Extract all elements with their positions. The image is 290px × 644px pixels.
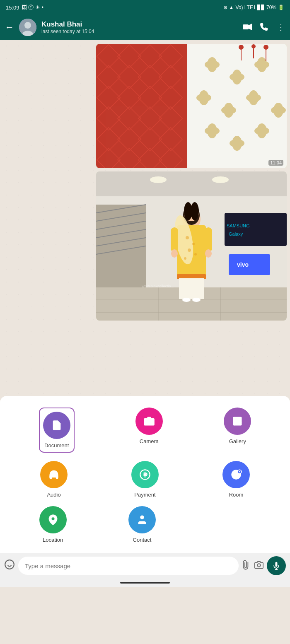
svg-point-53 xyxy=(251,44,256,48)
attachment-panel: Document Camera Gallery Audio xyxy=(0,396,290,553)
svg-rect-95 xyxy=(171,227,178,252)
svg-point-83 xyxy=(191,202,199,220)
svg-rect-92 xyxy=(179,278,204,299)
attach-gallery[interactable]: Gallery xyxy=(224,408,251,453)
svg-point-88 xyxy=(188,248,191,252)
svg-point-44 xyxy=(271,106,286,114)
audio-icon-circle xyxy=(40,461,68,488)
message-input[interactable] xyxy=(18,557,239,575)
svg-text:vivo: vivo xyxy=(237,261,249,268)
back-button[interactable]: ← xyxy=(5,22,14,33)
svg-point-113 xyxy=(257,564,260,567)
audio-label: Audio xyxy=(47,492,60,498)
svg-point-108 xyxy=(51,517,54,520)
svg-point-48 xyxy=(230,139,244,147)
svg-point-60 xyxy=(212,176,229,183)
chat-header: ← Kushal Bhai last seen today at 15:04 ⋮ xyxy=(0,15,290,40)
location-icon-circle xyxy=(39,506,67,533)
contact-status: last seen today at 15:04 xyxy=(41,29,238,34)
message-row-2: SAMSUNG Galaxy vivo xyxy=(3,171,287,321)
attach-audio[interactable]: Audio xyxy=(40,461,68,498)
message-timestamp: 11:04 xyxy=(268,160,283,166)
svg-point-59 xyxy=(150,176,167,183)
svg-point-32 xyxy=(205,60,220,69)
signal-icon: Vo) LTE1 ▊▊ xyxy=(235,5,264,10)
message-bubble: 11:04 xyxy=(96,44,287,168)
room-icon-circle xyxy=(222,461,250,488)
message-bubble-2: SAMSUNG Galaxy vivo xyxy=(96,171,287,321)
attach-location[interactable]: Location xyxy=(39,506,67,543)
header-icons: ⋮ xyxy=(243,22,285,33)
svg-point-110 xyxy=(5,560,14,569)
svg-text:SAMSUNG: SAMSUNG xyxy=(227,223,250,228)
attach-document[interactable]: Document xyxy=(39,408,75,453)
svg-point-55 xyxy=(263,45,268,50)
emoji-button[interactable] xyxy=(4,559,15,572)
attach-camera[interactable]: Camera xyxy=(135,408,163,453)
contact-icon-circle xyxy=(128,506,156,533)
bottom-nav-bar xyxy=(0,579,290,587)
status-bar: 15:09 🖼 ⓕ ☀ • ⊕ ▲ Vo) LTE1 ▊▊ 70% 🔋 xyxy=(0,0,290,15)
svg-point-42 xyxy=(246,94,261,102)
camera-input-button[interactable] xyxy=(254,560,263,572)
message-image-woman[interactable]: SAMSUNG Galaxy vivo xyxy=(96,171,287,321)
svg-point-90 xyxy=(184,257,186,260)
svg-point-94 xyxy=(192,298,201,302)
document-label: Document xyxy=(44,442,69,449)
video-call-button[interactable] xyxy=(243,23,252,32)
svg-rect-96 xyxy=(205,227,212,252)
svg-rect-76 xyxy=(229,254,270,275)
status-right: ⊕ ▲ Vo) LTE1 ▊▊ 70% 🔋 xyxy=(223,5,284,10)
gallery-icon-circle xyxy=(224,408,251,435)
message-image-fabric[interactable] xyxy=(96,44,287,168)
avatar-image xyxy=(19,19,36,36)
attach-payment[interactable]: Payment xyxy=(131,461,159,498)
svg-point-40 xyxy=(221,106,236,114)
nav-indicator xyxy=(120,582,170,584)
svg-point-89 xyxy=(194,253,197,256)
status-time: 15:09 xyxy=(6,5,19,11)
camera-icon-circle xyxy=(135,408,163,435)
attach-contact[interactable]: Contact xyxy=(128,506,156,543)
room-label: Room xyxy=(229,492,244,498)
svg-point-46 xyxy=(205,127,220,135)
wifi-icon: ▲ xyxy=(229,5,234,10)
mic-button[interactable] xyxy=(267,556,286,575)
svg-rect-58 xyxy=(96,171,287,196)
message-input-bar xyxy=(0,553,290,579)
svg-point-98 xyxy=(205,249,212,258)
svg-point-100 xyxy=(147,420,151,424)
location-icon: ⊕ xyxy=(223,5,227,10)
camera-label: Camera xyxy=(140,438,159,444)
svg-point-93 xyxy=(182,298,191,302)
more-options-button[interactable]: ⋮ xyxy=(277,22,285,32)
svg-point-38 xyxy=(196,94,211,102)
avatar[interactable] xyxy=(19,19,36,36)
svg-marker-4 xyxy=(249,24,252,30)
svg-point-51 xyxy=(239,45,244,50)
notification-icons: 🖼 ⓕ ☀ • xyxy=(22,4,44,11)
svg-point-86 xyxy=(186,236,189,239)
svg-text:Galaxy: Galaxy xyxy=(229,232,243,236)
svg-rect-3 xyxy=(243,24,249,29)
svg-point-50 xyxy=(254,127,269,135)
battery-label: 70% xyxy=(266,5,276,10)
battery-icon: 🔋 xyxy=(278,5,284,10)
message-row: 11:04 xyxy=(3,44,287,168)
contact-label: Contact xyxy=(133,537,152,543)
contact-name: Kushal Bhai xyxy=(41,20,238,29)
attachment-button[interactable] xyxy=(239,558,254,573)
status-left: 15:09 🖼 ⓕ ☀ • xyxy=(6,4,44,11)
location-label: Location xyxy=(43,537,63,543)
svg-point-1 xyxy=(24,22,31,29)
svg-point-34 xyxy=(230,73,244,81)
svg-point-102 xyxy=(235,419,237,420)
svg-text:www.pinkcollectio...: www.pinkcollectio... xyxy=(141,284,174,288)
attach-room[interactable]: Room xyxy=(222,461,250,498)
gallery-label: Gallery xyxy=(229,438,246,444)
svg-point-97 xyxy=(171,249,178,258)
voice-call-button[interactable] xyxy=(260,22,268,33)
svg-point-109 xyxy=(140,516,144,519)
payment-icon-circle xyxy=(131,461,159,488)
payment-label: Payment xyxy=(134,492,155,498)
